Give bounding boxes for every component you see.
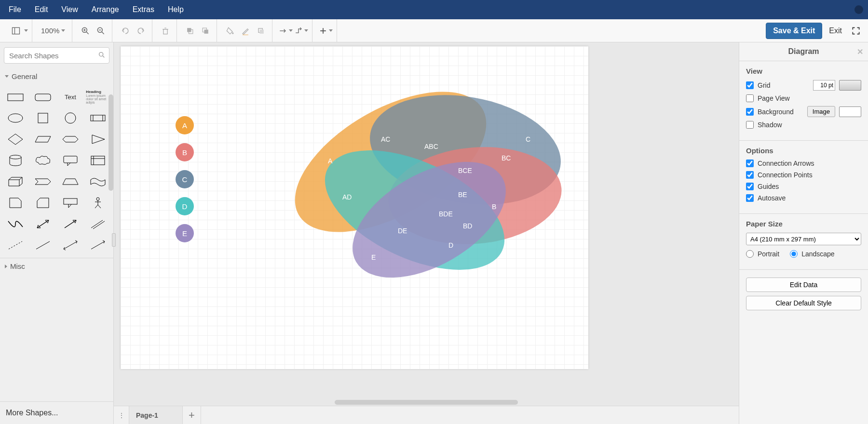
fill-color-button[interactable] — [223, 24, 237, 38]
clear-style-button[interactable]: Clear Default Style — [746, 296, 861, 310]
to-front-button[interactable] — [183, 24, 197, 38]
edit-data-button[interactable]: Edit Data — [746, 278, 861, 292]
shape-cylinder[interactable] — [3, 152, 28, 169]
conn-arrows-checkbox[interactable] — [746, 159, 754, 167]
sidebar-toggle-button[interactable] — [9, 24, 23, 38]
legend-circle-c[interactable]: C — [176, 170, 194, 188]
tab-page1[interactable]: Page-1 — [129, 406, 183, 424]
shape-rounded-rect[interactable] — [30, 88, 56, 106]
svg-rect-40 — [64, 156, 77, 163]
legend-circle-b[interactable]: B — [176, 143, 194, 161]
legend-circle-a[interactable]: A — [176, 116, 194, 134]
shape-rectangle[interactable] — [3, 88, 28, 106]
shape-dashed-line[interactable] — [3, 237, 28, 254]
legend-circle-d[interactable]: D — [176, 197, 194, 215]
misc-section-header[interactable]: Misc — [0, 258, 113, 274]
menu-arrange[interactable]: Arrange — [92, 5, 119, 14]
shape-callout2[interactable] — [58, 194, 83, 212]
svg-rect-0 — [13, 27, 20, 34]
svg-point-23 — [99, 53, 103, 56]
shape-hexagon[interactable] — [58, 131, 83, 148]
shape-parallelogram[interactable] — [30, 131, 56, 148]
svg-rect-14 — [204, 29, 208, 33]
fullscreen-button[interactable] — [849, 24, 863, 38]
page-tabs-menu[interactable]: ⋮ — [114, 406, 129, 424]
delete-button[interactable] — [158, 24, 173, 38]
background-checkbox[interactable] — [746, 108, 754, 116]
shadow-button[interactable] — [254, 24, 268, 38]
menu-edit[interactable]: Edit — [35, 5, 48, 14]
insert-button[interactable] — [318, 24, 333, 38]
menu-help[interactable]: Help — [168, 5, 184, 14]
undo-button[interactable] — [118, 24, 133, 38]
search-input[interactable] — [4, 47, 109, 64]
portrait-radio[interactable] — [746, 250, 754, 258]
background-image-button[interactable]: Image — [807, 106, 835, 117]
shape-arrow[interactable] — [58, 215, 83, 233]
shadow-checkbox[interactable] — [746, 121, 754, 129]
shape-double-line[interactable] — [85, 215, 110, 233]
shape-ellipse[interactable] — [3, 109, 28, 127]
zoom-in-button[interactable] — [78, 24, 93, 38]
search-icon[interactable] — [98, 51, 106, 60]
shape-diamond[interactable] — [3, 131, 28, 148]
redo-button[interactable] — [134, 24, 148, 38]
connection-style-button[interactable] — [278, 24, 293, 38]
svg-line-63 — [9, 241, 22, 249]
shape-note[interactable] — [3, 194, 28, 212]
background-color-swatch[interactable] — [839, 106, 861, 117]
shape-curve[interactable] — [3, 215, 28, 233]
shape-callout[interactable] — [58, 152, 83, 169]
shape-cube[interactable] — [3, 173, 28, 190]
shape-card[interactable] — [30, 194, 56, 212]
pageview-checkbox[interactable] — [746, 94, 754, 102]
shape-process[interactable] — [85, 109, 110, 127]
autosave-checkbox[interactable] — [746, 194, 754, 202]
shape-line[interactable] — [30, 237, 56, 254]
canvas-scroll[interactable]: ABCDE AACABCCBCBCEADBEBBDEBDDEDE — [114, 42, 739, 406]
shape-square[interactable] — [30, 109, 56, 127]
pageview-label: Page View — [758, 94, 861, 102]
shape-internal-storage[interactable] — [85, 152, 110, 169]
canvas-paper[interactable]: ABCDE AACABCCBCBCEADBEBBDEBDDEDE — [121, 46, 588, 369]
conn-points-checkbox[interactable] — [746, 171, 754, 179]
grid-size-input[interactable] — [813, 80, 835, 91]
shape-cloud[interactable] — [30, 152, 56, 169]
shape-heading[interactable]: HeadingLorem ipsum dolor sit amet adipis — [85, 88, 110, 106]
sidebar-scrollbar[interactable] — [108, 94, 113, 191]
landscape-radio[interactable] — [790, 250, 798, 258]
to-back-button[interactable] — [198, 24, 213, 38]
add-page-button[interactable]: + — [183, 406, 201, 424]
menu-extras[interactable]: Extras — [133, 5, 154, 14]
menu-file[interactable]: File — [9, 5, 21, 14]
guides-checkbox[interactable] — [746, 183, 754, 190]
shape-bidir-arrow[interactable] — [30, 215, 56, 233]
shape-trapezoid[interactable] — [58, 173, 83, 190]
close-icon[interactable]: ✕ — [857, 47, 863, 56]
save-exit-button[interactable]: Save & Exit — [766, 23, 822, 39]
grid-checkbox[interactable] — [746, 81, 754, 89]
shape-actor[interactable] — [85, 194, 110, 212]
shape-triangle[interactable] — [85, 131, 110, 148]
zoom-in-icon — [81, 26, 90, 36]
shape-step[interactable] — [30, 173, 56, 190]
legend-circle-e[interactable]: E — [176, 224, 194, 242]
menu-view[interactable]: View — [61, 5, 78, 14]
line-color-button[interactable] — [238, 24, 253, 38]
shape-text[interactable]: Text — [58, 88, 83, 106]
zoom-display[interactable]: 100% — [38, 26, 68, 35]
window-control-icon[interactable] — [854, 5, 863, 14]
canvas-hscrollbar[interactable] — [335, 400, 518, 405]
waypoint-style-button[interactable] — [294, 24, 308, 38]
general-section-header[interactable]: General — [0, 68, 113, 84]
shape-circle[interactable] — [58, 109, 83, 127]
paper-size-select[interactable]: A4 (210 mm x 297 mm) — [746, 233, 861, 245]
exit-button[interactable]: Exit — [824, 23, 847, 39]
more-shapes-button[interactable]: More Shapes... — [0, 401, 113, 424]
chevron-down-icon[interactable] — [24, 29, 28, 32]
shape-dir-conn[interactable] — [85, 237, 110, 254]
grid-color-swatch[interactable] — [839, 80, 861, 91]
shape-tape[interactable] — [85, 173, 110, 190]
zoom-out-button[interactable] — [94, 24, 108, 38]
shape-bidir-conn[interactable] — [58, 237, 83, 254]
